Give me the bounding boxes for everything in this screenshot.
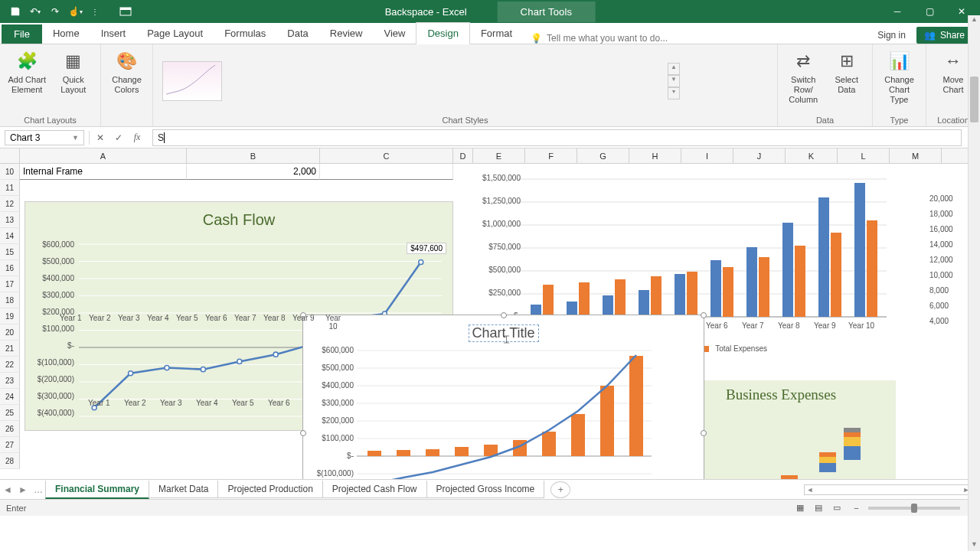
zoom-slider[interactable] [868, 507, 960, 510]
tab-format[interactable]: Format [470, 23, 523, 44]
row-header[interactable]: 14 [0, 228, 20, 244]
resize-handle[interactable] [701, 312, 707, 318]
select-all-corner[interactable] [0, 148, 20, 163]
row-header[interactable]: 10 [0, 164, 20, 180]
chart-styles-gallery[interactable]: ▲ ▼ ▾ [159, 47, 680, 114]
fx-icon[interactable]: fx [128, 129, 146, 146]
row-header[interactable]: 17 [0, 276, 20, 292]
col-H[interactable]: H [629, 148, 681, 163]
tab-home[interactable]: Home [42, 23, 90, 44]
tab-design[interactable]: Design [416, 22, 469, 44]
selected-combo-chart[interactable]: Chart Title ⌶ $600,000 $500,000 $400,000… [302, 315, 704, 479]
new-sheet-button[interactable]: + [550, 481, 570, 498]
tab-page-layout[interactable]: Page Layout [136, 23, 214, 44]
page-break-view-icon[interactable]: ▭ [829, 502, 844, 514]
row-header[interactable]: 11 [0, 180, 20, 196]
vertical-scrollbar[interactable]: ▲ ▼ [968, 15, 980, 551]
col-M[interactable]: M [890, 148, 942, 163]
col-A[interactable]: A [20, 148, 187, 163]
row-header[interactable]: 23 [0, 373, 20, 389]
name-box[interactable]: Chart 3▼ [5, 130, 84, 145]
qat-customize-icon[interactable]: ⋮ [86, 2, 104, 21]
select-data-button[interactable]: ⊞Select Data [828, 47, 867, 95]
scroll-thumb[interactable] [970, 77, 978, 122]
grid-body[interactable]: /* placeholder */ 1011121314151617181920… [0, 164, 980, 479]
switch-row-column-button[interactable]: ⇄Switch Row/ Column [784, 47, 823, 106]
gallery-more-icon[interactable]: ▾ [668, 87, 680, 99]
share-button[interactable]: 👥Share [916, 27, 972, 44]
row-header[interactable]: 27 [0, 437, 20, 453]
worksheet-grid[interactable]: A B C D E F G H I J K L M /* placeholder… [0, 148, 980, 479]
ribbon-display-options-icon[interactable] [110, 0, 141, 23]
zoom-knob[interactable] [911, 504, 917, 513]
sheet-tab-projected-gross-income[interactable]: Projected Gross Income [426, 481, 545, 498]
sheet-tab-market-data[interactable]: Market Data [149, 481, 218, 498]
row-header[interactable]: 25 [0, 405, 20, 421]
quick-layout-button[interactable]: ▦Quick Layout [53, 47, 95, 95]
tab-nav-next-icon[interactable]: ► [15, 484, 31, 495]
row-header[interactable]: 13 [0, 212, 20, 228]
tab-view[interactable]: View [373, 23, 416, 44]
row-header[interactable]: 12 [0, 196, 20, 212]
gallery-down-icon[interactable]: ▼ [668, 75, 680, 87]
row-header[interactable]: 20 [0, 324, 20, 341]
col-D[interactable]: D [453, 148, 473, 163]
col-K[interactable]: K [786, 148, 838, 163]
col-L[interactable]: L [838, 148, 890, 163]
cell-B10[interactable]: 2,000 [187, 164, 320, 180]
maximize-icon[interactable]: ▢ [914, 0, 945, 23]
cell-C10[interactable] [320, 164, 453, 180]
row-header[interactable]: 19 [0, 308, 20, 324]
tab-data[interactable]: Data [276, 23, 318, 44]
accept-formula-icon[interactable]: ✓ [109, 129, 128, 146]
tell-me-box[interactable]: 💡 Tell me what you want to do... [531, 33, 668, 44]
col-G[interactable]: G [577, 148, 629, 163]
add-chart-element-button[interactable]: 🧩Add Chart Element [6, 47, 48, 95]
sign-in-link[interactable]: Sign in [877, 30, 906, 41]
change-chart-type-button[interactable]: 📊Change Chart Type [879, 47, 920, 106]
row-header[interactable]: 16 [0, 260, 20, 276]
tab-insert[interactable]: Insert [90, 23, 137, 44]
tab-nav-more-icon[interactable]: … [31, 484, 46, 495]
change-colors-button[interactable]: 🎨Change Colors [107, 47, 146, 95]
cancel-formula-icon[interactable]: ✕ [91, 129, 109, 146]
sheet-tab-projected-cash-flow[interactable]: Projected Cash Flow [322, 481, 427, 498]
hscroll-left-icon[interactable]: ◄ [805, 486, 815, 494]
row-header[interactable]: 26 [0, 421, 20, 437]
row-header[interactable]: 28 [0, 453, 20, 469]
cell-A10[interactable]: Internal Frame [20, 164, 187, 180]
col-I[interactable]: I [681, 148, 733, 163]
col-F[interactable]: F [525, 148, 577, 163]
tab-formulas[interactable]: Formulas [214, 23, 276, 44]
resize-handle[interactable] [501, 312, 507, 318]
row-header[interactable]: 18 [0, 292, 20, 308]
sheet-tab-financial-summary[interactable]: Financial Summary [45, 481, 149, 499]
tab-review[interactable]: Review [319, 23, 374, 44]
col-B[interactable]: B [187, 148, 320, 163]
touch-mode-icon[interactable]: ☝▾ [66, 2, 84, 21]
row-header[interactable]: 15 [0, 244, 20, 260]
scroll-down-icon[interactable]: ▼ [969, 540, 980, 551]
formula-input[interactable]: S [152, 129, 962, 146]
page-layout-view-icon[interactable]: ▤ [811, 502, 826, 514]
row-header[interactable]: 22 [0, 357, 20, 373]
horizontal-scrollbar[interactable]: ◄ ► [804, 484, 972, 495]
save-icon[interactable] [6, 2, 24, 21]
chart-style-thumb[interactable] [162, 61, 222, 101]
chevron-down-icon[interactable]: ▼ [72, 134, 79, 142]
sheet-tab-projected-production[interactable]: Projected Production [217, 481, 322, 498]
undo-icon[interactable]: ↶▾ [26, 2, 44, 21]
col-J[interactable]: J [733, 148, 786, 163]
minimize-icon[interactable]: ─ [882, 0, 913, 23]
col-C[interactable]: C [320, 148, 453, 163]
row-header[interactable]: 24 [0, 389, 20, 405]
row-header[interactable]: 21 [0, 341, 20, 357]
resize-handle[interactable] [701, 430, 707, 436]
normal-view-icon[interactable]: ▦ [792, 502, 808, 514]
tab-nav-prev-icon[interactable]: ◄ [0, 484, 15, 495]
gallery-up-icon[interactable]: ▲ [668, 63, 680, 75]
scroll-up-icon[interactable]: ▲ [969, 15, 980, 26]
col-E[interactable]: E [473, 148, 525, 163]
file-tab[interactable]: File [2, 24, 42, 44]
redo-icon[interactable]: ↷ [46, 2, 64, 21]
